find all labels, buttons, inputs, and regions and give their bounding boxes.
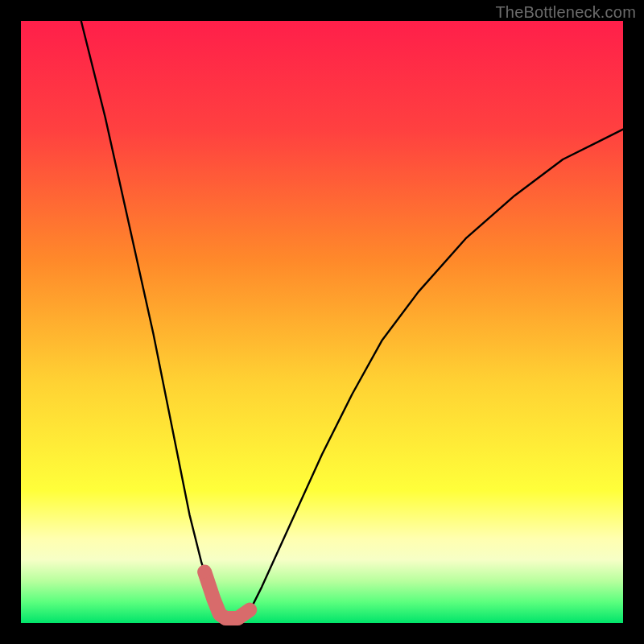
highlight-dot bbox=[198, 565, 211, 578]
bottleneck-curve bbox=[81, 21, 623, 620]
plot-frame bbox=[21, 21, 623, 623]
watermark-text: TheBottleneck.com bbox=[495, 3, 636, 22]
bottleneck-curve-layer bbox=[21, 21, 623, 623]
highlight-segment bbox=[204, 572, 250, 618]
